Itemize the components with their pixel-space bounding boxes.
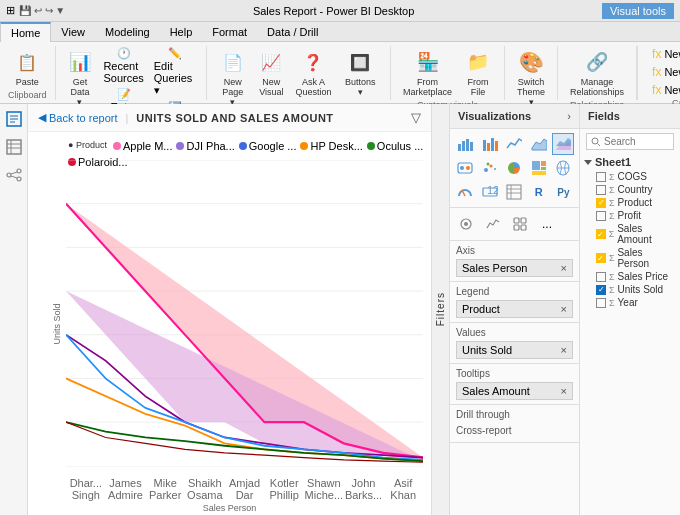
viz-icon-line[interactable] bbox=[503, 133, 525, 155]
legend-item-hp: HP Desk... bbox=[300, 140, 362, 152]
paste-button[interactable]: 📋 Paste bbox=[9, 46, 45, 90]
fields-icon-btn[interactable] bbox=[508, 212, 532, 236]
svg-rect-58 bbox=[507, 185, 521, 199]
tab-home[interactable]: Home bbox=[0, 22, 51, 42]
field-units-sold-checkbox[interactable]: ✓ bbox=[596, 285, 606, 295]
fields-sheet1-header[interactable]: Sheet1 bbox=[584, 154, 676, 170]
new-measure-button[interactable]: fx New Measure bbox=[648, 46, 680, 62]
tab-view[interactable]: View bbox=[51, 22, 95, 41]
field-profit-checkbox[interactable] bbox=[596, 211, 606, 221]
field-year-checkbox[interactable] bbox=[596, 298, 606, 308]
tab-help[interactable]: Help bbox=[160, 22, 203, 41]
tab-format[interactable]: Format bbox=[202, 22, 257, 41]
ask-question-icon: ❓ bbox=[299, 48, 327, 76]
back-to-report-button[interactable]: ◀ Back to report bbox=[38, 111, 117, 124]
manage-relationships-button[interactable]: 🔗 ManageRelationships bbox=[566, 46, 628, 100]
viz-icon-table[interactable] bbox=[503, 181, 525, 203]
viz-icon-ribbon[interactable] bbox=[454, 157, 476, 179]
legend-dot-dji bbox=[176, 142, 184, 150]
tab-data-drill[interactable]: Data / Drill bbox=[257, 22, 328, 41]
svg-point-63 bbox=[464, 222, 468, 226]
data-view-icon[interactable] bbox=[3, 136, 25, 158]
field-product-checkbox[interactable]: ✓ bbox=[596, 198, 606, 208]
new-measure-icon: fx bbox=[652, 47, 661, 61]
get-data-button[interactable]: 📊 GetData ▾ bbox=[64, 46, 97, 110]
viz-icon-map[interactable] bbox=[552, 157, 574, 179]
enter-data-icon: 📝 bbox=[117, 88, 131, 101]
viz-expand-icon[interactable]: › bbox=[567, 110, 571, 122]
model-view-icon[interactable] bbox=[3, 164, 25, 186]
svg-rect-37 bbox=[491, 138, 494, 151]
tooltips-section: Tooltips Sales Amount × bbox=[450, 364, 579, 405]
viz-icon-scatter[interactable] bbox=[479, 157, 501, 179]
legend-dot-apple bbox=[113, 142, 121, 150]
viz-icon-card[interactable]: 123 bbox=[479, 181, 501, 203]
viz-icon-bar[interactable] bbox=[454, 133, 476, 155]
legend-item-apple: Apple M... bbox=[113, 140, 173, 152]
legend-dot-hp bbox=[300, 142, 308, 150]
right-panels: Visualizations › bbox=[450, 104, 680, 515]
axis-field-remove[interactable]: × bbox=[561, 262, 567, 274]
y-axis-label: Units Sold bbox=[52, 303, 62, 344]
x-tick-4: AmjadDar bbox=[225, 477, 265, 501]
viz-icon-r[interactable]: R bbox=[528, 181, 550, 203]
legend-label-dji: DJI Pha... bbox=[186, 140, 234, 152]
field-cogs-sigma: Σ bbox=[609, 172, 615, 182]
svg-line-11 bbox=[11, 172, 17, 174]
field-sales-amount-checkbox[interactable]: ✓ bbox=[596, 229, 606, 239]
from-file-button[interactable]: 📁 FromFile bbox=[460, 46, 496, 100]
viz-icon-pie[interactable] bbox=[503, 157, 525, 179]
analytics-icon-btn[interactable] bbox=[481, 212, 505, 236]
tooltips-field-remove[interactable]: × bbox=[561, 385, 567, 397]
marketplace-label: FromMarketplace bbox=[403, 78, 452, 98]
axis-section: Axis Sales Person × bbox=[450, 241, 579, 282]
ask-question-button[interactable]: ❓ Ask AQuestion bbox=[292, 46, 334, 100]
viz-icon-py[interactable]: Py bbox=[552, 181, 574, 203]
visual-tools-tab: Visual tools bbox=[602, 3, 674, 19]
viz-icon-gauge[interactable] bbox=[454, 181, 476, 203]
viz-icon-clustered-bar[interactable] bbox=[479, 133, 501, 155]
field-country-sigma: Σ bbox=[609, 185, 615, 195]
field-cogs-checkbox[interactable] bbox=[596, 172, 606, 182]
format-icon-btn[interactable] bbox=[454, 212, 478, 236]
new-quick-icon: fx bbox=[652, 83, 661, 97]
axis-field-value: Sales Person bbox=[462, 262, 527, 274]
svg-point-8 bbox=[7, 173, 11, 177]
edit-queries-button[interactable]: ✏️ EditQueries ▾ bbox=[151, 46, 199, 98]
legend-item-google: Google ... bbox=[239, 140, 297, 152]
viz-icon-area[interactable] bbox=[528, 133, 550, 155]
viz-icon-treemap[interactable] bbox=[528, 157, 550, 179]
viz-icon-stacked-area[interactable] bbox=[552, 133, 574, 155]
drill-through-label: Drill through bbox=[456, 409, 573, 420]
fields-search-input[interactable] bbox=[604, 136, 664, 147]
field-sales-person-checkbox[interactable]: ✓ bbox=[596, 253, 606, 263]
tab-modeling[interactable]: Modeling bbox=[95, 22, 160, 41]
buttons-button[interactable]: 🔲 Buttons ▾ bbox=[338, 46, 382, 100]
new-page-button[interactable]: 📄 NewPage ▾ bbox=[215, 46, 250, 110]
svg-rect-35 bbox=[483, 140, 486, 151]
new-column-button[interactable]: fx New Column bbox=[648, 64, 680, 80]
new-visual-button[interactable]: 📈 NewVisual bbox=[254, 46, 288, 100]
field-sales-person-sigma: Σ bbox=[609, 253, 615, 263]
field-sales-price-checkbox[interactable] bbox=[596, 272, 606, 282]
switch-theme-button[interactable]: 🎨 SwitchTheme ▾ bbox=[513, 46, 549, 110]
new-quick-label: New Quick M... bbox=[664, 84, 680, 96]
more-viz-btn[interactable]: ... bbox=[535, 212, 559, 236]
values-field-remove[interactable]: × bbox=[561, 344, 567, 356]
new-page-icon: 📄 bbox=[219, 48, 247, 76]
svg-line-12 bbox=[11, 176, 17, 178]
filter-icon[interactable]: ▽ bbox=[411, 110, 421, 125]
field-year-sigma: Σ bbox=[609, 298, 615, 308]
field-sales-amount-sigma: Σ bbox=[609, 229, 615, 239]
chart-svg: 140K 120K 100K 80K 60K 40K 20K 0K bbox=[66, 160, 423, 467]
new-quick-measure-button[interactable]: fx New Quick M... bbox=[648, 82, 680, 98]
field-country-checkbox[interactable] bbox=[596, 185, 606, 195]
from-marketplace-button[interactable]: 🏪 FromMarketplace bbox=[399, 46, 456, 100]
legend-field-remove[interactable]: × bbox=[561, 303, 567, 315]
report-view-icon[interactable] bbox=[3, 108, 25, 130]
recent-sources-button[interactable]: 🕐 RecentSources bbox=[100, 46, 146, 85]
fields-tree: Sheet1 Σ COGS Σ Country ✓ Σ bbox=[580, 154, 680, 515]
tooltips-field: Sales Amount × bbox=[456, 382, 573, 400]
field-sales-price: Σ Sales Price bbox=[584, 270, 676, 283]
fields-panel: Fields Sheet1 Σ COGS bbox=[580, 104, 680, 515]
